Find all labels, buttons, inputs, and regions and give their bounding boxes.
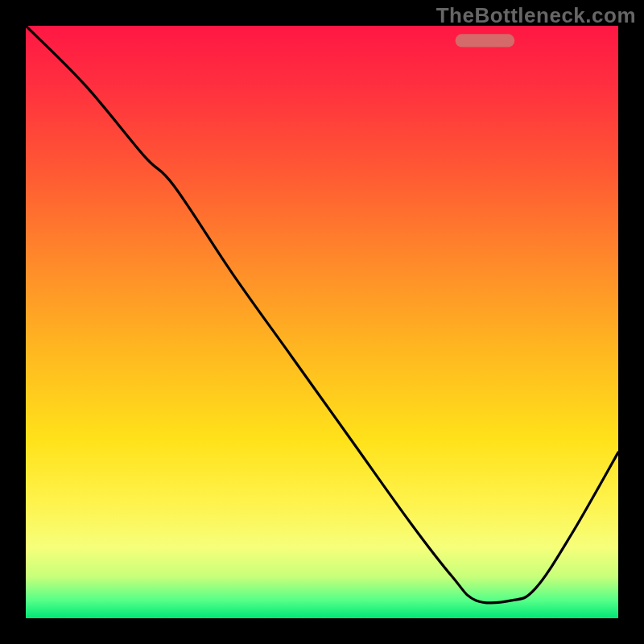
optimal-zone-marker bbox=[456, 34, 515, 47]
bottleneck-chart bbox=[26, 26, 618, 618]
gradient-background bbox=[26, 26, 618, 618]
watermark-text: TheBottleneck.com bbox=[436, 3, 636, 28]
